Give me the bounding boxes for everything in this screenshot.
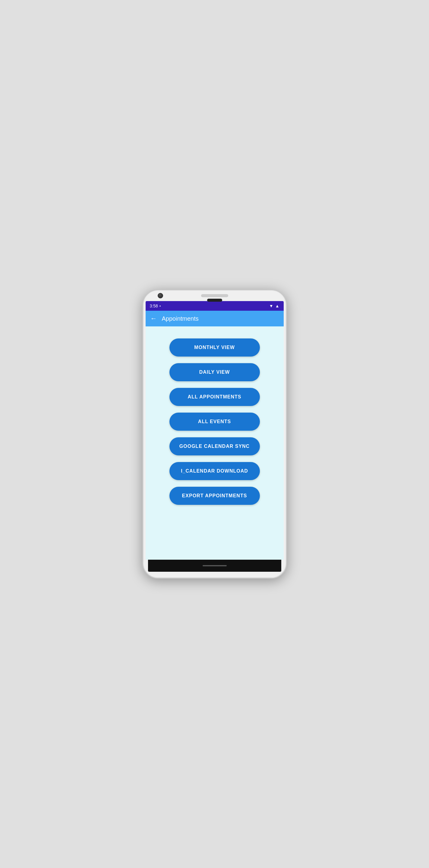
sim-icon: ▪ bbox=[159, 304, 161, 308]
status-icons: ▼ ▲ bbox=[269, 304, 279, 308]
icalendar-download-button[interactable]: I_CALENDAR DOWNLOAD bbox=[170, 462, 260, 480]
status-bar: 3:58 ▪ ▼ ▲ bbox=[146, 301, 284, 311]
clock-display: 3:58 bbox=[150, 304, 158, 308]
all-appointments-button[interactable]: ALL APPOINTMENTS bbox=[170, 388, 260, 406]
home-indicator bbox=[203, 565, 227, 566]
front-sensor bbox=[207, 299, 222, 302]
google-calendar-sync-button[interactable]: GOOGLE CALENDAR SYNC bbox=[170, 437, 260, 456]
content-area: MONTHLY VIEW DAILY VIEW ALL APPOINTMENTS… bbox=[146, 327, 284, 560]
bottom-nav-bar bbox=[148, 560, 281, 572]
all-events-button[interactable]: ALL EVENTS bbox=[170, 412, 260, 431]
phone-bottom-hardware bbox=[143, 572, 286, 578]
wifi-icon: ▼ bbox=[269, 304, 273, 308]
status-time-area: 3:58 ▪ bbox=[150, 304, 161, 308]
earpiece-speaker bbox=[201, 294, 228, 297]
front-camera bbox=[158, 293, 163, 299]
monthly-view-button[interactable]: MONTHLY VIEW bbox=[170, 338, 260, 356]
phone-screen: 3:58 ▪ ▼ ▲ ← Appointments MONTHLY VIEW D… bbox=[146, 301, 284, 572]
export-appointments-button[interactable]: EXPORT APPOINTMENTS bbox=[170, 487, 260, 505]
signal-icon: ▲ bbox=[275, 304, 279, 308]
app-bar-title: Appointments bbox=[162, 315, 199, 322]
daily-view-button[interactable]: DAILY VIEW bbox=[170, 363, 260, 381]
phone-device: 3:58 ▪ ▼ ▲ ← Appointments MONTHLY VIEW D… bbox=[142, 289, 287, 579]
back-button[interactable]: ← bbox=[150, 315, 157, 322]
app-bar: ← Appointments bbox=[146, 311, 284, 327]
phone-top-hardware bbox=[143, 290, 286, 301]
